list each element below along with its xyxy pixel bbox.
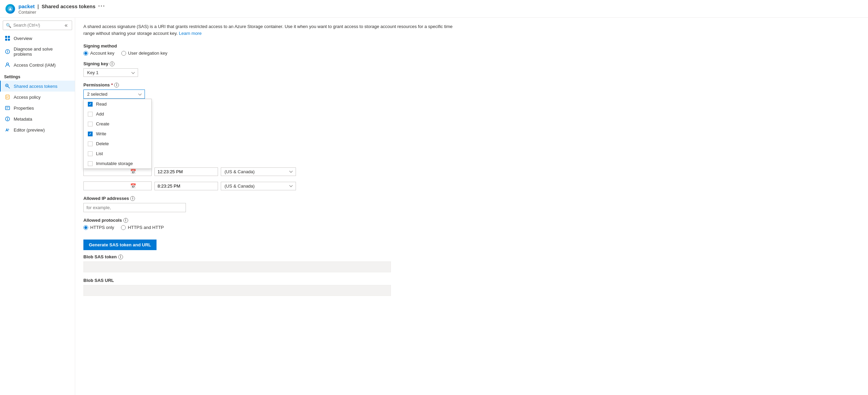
sidebar-item-diagnose[interactable]: Diagnose and solve problems bbox=[0, 44, 75, 59]
permission-add-item[interactable]: Add bbox=[84, 109, 151, 119]
https-http-label: HTTPS and HTTP bbox=[128, 225, 164, 230]
blob-sas-url-input[interactable] bbox=[83, 285, 391, 296]
allowed-ip-info-icon[interactable]: i bbox=[130, 196, 135, 201]
user-delegation-key-label: User delegation key bbox=[128, 51, 167, 56]
permission-read-label: Read bbox=[96, 101, 107, 107]
top-header: packet | Shared access tokens ··· Contai… bbox=[0, 0, 868, 18]
https-only-option[interactable]: HTTPS only bbox=[83, 225, 114, 230]
expiry-date-field[interactable] bbox=[86, 183, 127, 189]
permission-create-checkbox[interactable] bbox=[88, 122, 93, 126]
blob-sas-url-label: Blob SAS URL bbox=[83, 278, 860, 283]
expiry-time-input[interactable]: 8:23:25 PM bbox=[154, 182, 218, 190]
svg-point-8 bbox=[6, 85, 8, 86]
permission-list-item[interactable]: List bbox=[84, 149, 151, 159]
sidebar-item-overview-label: Overview bbox=[14, 36, 32, 41]
account-key-label: Account key bbox=[90, 51, 114, 56]
metadata-icon bbox=[5, 116, 10, 122]
permissions-required: * bbox=[111, 82, 113, 87]
allowed-protocols-info-icon[interactable]: i bbox=[123, 218, 128, 223]
permission-immutable-label: Immutable storage bbox=[96, 161, 133, 166]
signing-key-info-icon[interactable]: i bbox=[110, 62, 114, 66]
allowed-ip-section: Allowed IP addresses i bbox=[83, 196, 860, 212]
signing-key-value: Key 1 bbox=[87, 70, 98, 75]
user-delegation-key-option[interactable]: User delegation key bbox=[121, 51, 167, 56]
properties-icon bbox=[5, 105, 10, 111]
learn-more-link[interactable]: Learn more bbox=[179, 31, 201, 36]
user-delegation-key-radio[interactable] bbox=[121, 51, 126, 56]
sidebar-item-shared-access-tokens[interactable]: Shared access tokens bbox=[0, 81, 75, 92]
https-http-radio[interactable] bbox=[121, 225, 126, 230]
collapse-sidebar-button[interactable]: « bbox=[63, 22, 69, 28]
blob-sas-token-label: Blob SAS token i bbox=[83, 254, 860, 259]
editor-icon bbox=[5, 127, 10, 133]
resource-name[interactable]: packet bbox=[18, 3, 35, 9]
more-options-icon[interactable]: ··· bbox=[98, 3, 105, 10]
start-time-input[interactable]: 12:23:25 PM bbox=[154, 167, 218, 176]
permission-add-checkbox[interactable] bbox=[88, 112, 93, 117]
account-key-option[interactable]: Account key bbox=[83, 51, 114, 56]
header-title-area: packet | Shared access tokens ··· Contai… bbox=[18, 3, 105, 15]
blob-sas-token-section: Blob SAS token i bbox=[83, 254, 860, 272]
search-input[interactable] bbox=[13, 23, 61, 28]
start-date-field[interactable] bbox=[86, 169, 127, 174]
expiry-date-input[interactable]: 📅 bbox=[83, 181, 152, 190]
sidebar-item-properties[interactable]: Properties bbox=[0, 103, 75, 113]
sidebar-item-metadata[interactable]: Metadata bbox=[0, 113, 75, 124]
permission-read-item[interactable]: Read bbox=[84, 99, 151, 109]
permission-delete-item[interactable]: Delete bbox=[84, 139, 151, 149]
sidebar-item-iam[interactable]: Access Control (IAM) bbox=[0, 59, 75, 70]
allowed-ip-input[interactable] bbox=[83, 203, 186, 212]
permissions-dropdown-trigger[interactable]: 2 selected bbox=[83, 90, 145, 99]
iam-icon bbox=[5, 62, 10, 68]
sidebar-item-editor[interactable]: Editor (preview) bbox=[0, 124, 75, 135]
permission-create-item[interactable]: Create bbox=[84, 119, 151, 129]
blob-sas-token-info-icon[interactable]: i bbox=[118, 255, 123, 259]
expiry-timezone-dropdown[interactable]: (US & Canada) bbox=[221, 182, 296, 190]
account-key-radio[interactable] bbox=[83, 51, 88, 56]
permission-list-label: List bbox=[96, 151, 103, 156]
permissions-section: Permissions * i 2 selected Read Add bbox=[83, 82, 860, 99]
allowed-protocols-section: Allowed protocols i HTTPS only HTTPS and… bbox=[83, 218, 860, 230]
description-text: A shared access signature (SAS) is a URI… bbox=[83, 24, 452, 36]
start-timezone-dropdown[interactable]: (US & Canada) bbox=[221, 167, 296, 176]
permission-delete-label: Delete bbox=[96, 141, 109, 146]
settings-section-title: Settings bbox=[0, 70, 75, 81]
svg-rect-3 bbox=[5, 39, 7, 41]
azure-logo bbox=[5, 4, 15, 14]
access-policy-icon bbox=[5, 94, 10, 100]
start-datetime-section: i 📅 12:23:25 PM (US & Canada) bbox=[83, 160, 860, 176]
allowed-ip-label: Allowed IP addresses i bbox=[83, 196, 860, 201]
start-timezone-chevron-icon bbox=[289, 169, 293, 173]
main-content: A shared access signature (SAS) is a URI… bbox=[75, 18, 868, 395]
permission-immutable-item[interactable]: Immutable storage bbox=[84, 159, 151, 168]
https-only-radio[interactable] bbox=[83, 225, 88, 230]
protocols-radio-group: HTTPS only HTTPS and HTTP bbox=[83, 225, 860, 230]
header-title: packet | Shared access tokens ··· bbox=[18, 3, 105, 10]
permission-delete-checkbox[interactable] bbox=[88, 141, 93, 146]
expiry-calendar-icon[interactable]: 📅 bbox=[130, 183, 136, 189]
search-box[interactable]: 🔍 « bbox=[3, 21, 72, 30]
signing-method-radio-group: Account key User delegation key bbox=[83, 51, 860, 56]
permission-write-item[interactable]: Write bbox=[84, 129, 151, 139]
permission-read-checkbox[interactable] bbox=[88, 102, 93, 107]
sidebar-item-overview[interactable]: Overview bbox=[0, 33, 75, 44]
sidebar-item-diagnose-label: Diagnose and solve problems bbox=[14, 46, 71, 57]
permissions-chevron-icon bbox=[138, 92, 142, 95]
permission-add-label: Add bbox=[96, 111, 104, 117]
title-separator: | bbox=[38, 3, 39, 9]
start-calendar-icon[interactable]: 📅 bbox=[130, 169, 136, 174]
expiry-datetime-section: 📅 8:23:25 PM (US & Canada) bbox=[83, 181, 860, 190]
signing-key-dropdown[interactable]: Key 1 bbox=[83, 68, 138, 77]
permission-immutable-checkbox[interactable] bbox=[88, 161, 93, 166]
expiry-timezone-chevron-icon bbox=[289, 184, 293, 187]
blob-sas-token-input[interactable] bbox=[83, 261, 391, 272]
start-time-label: i bbox=[83, 160, 860, 165]
permission-list-checkbox[interactable] bbox=[88, 151, 93, 156]
sidebar-item-access-policy[interactable]: Access policy bbox=[0, 92, 75, 103]
permissions-info-icon[interactable]: i bbox=[114, 83, 119, 87]
https-http-option[interactable]: HTTPS and HTTP bbox=[121, 225, 164, 230]
generate-sas-button[interactable]: Generate SAS token and URL bbox=[83, 240, 157, 250]
permission-write-checkbox[interactable] bbox=[88, 132, 93, 136]
start-datetime-row: 📅 12:23:25 PM (US & Canada) bbox=[83, 167, 860, 176]
shared-access-tokens-icon bbox=[5, 83, 10, 89]
